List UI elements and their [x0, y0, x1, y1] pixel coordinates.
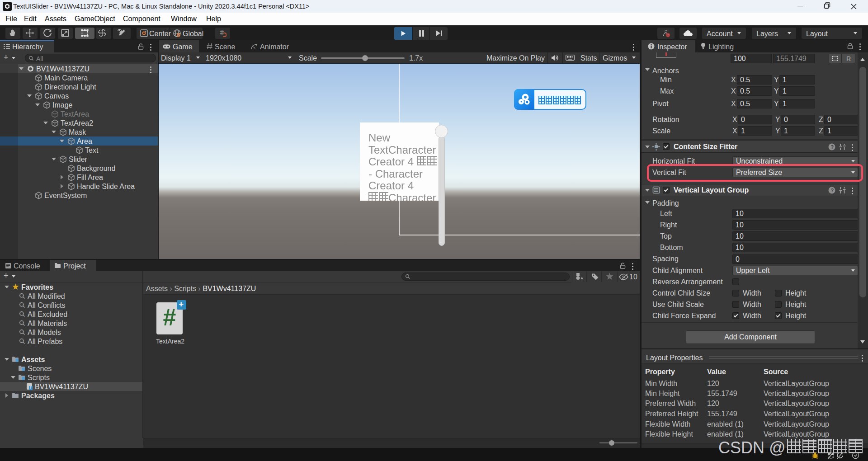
svg-text:?: ?	[830, 188, 834, 193]
svg-text:?: ?	[830, 144, 834, 150]
svg-text:!: !	[816, 455, 818, 459]
